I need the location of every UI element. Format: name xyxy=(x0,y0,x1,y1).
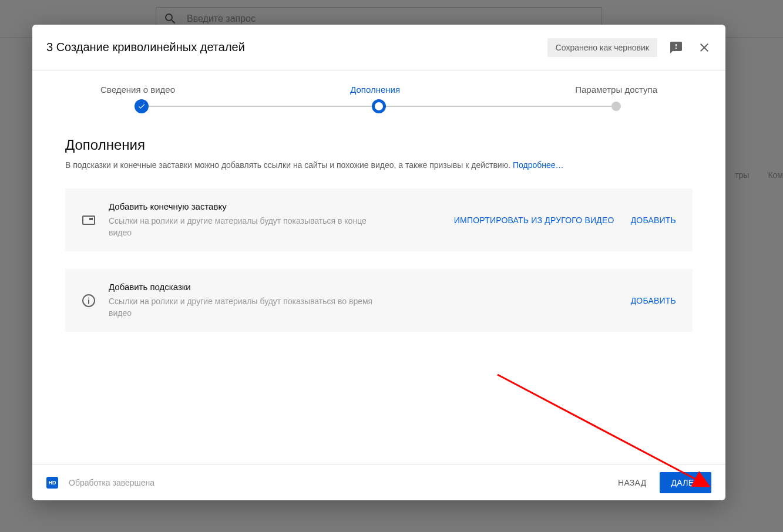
dialog-footer: HD Обработка завершена НАЗАД ДАЛЕЕ xyxy=(32,464,725,500)
step-label-additions[interactable]: Дополнения xyxy=(350,85,400,95)
cards-card: Добавить подсказки Ссылки на ролики и др… xyxy=(65,269,693,332)
step-label-visibility[interactable]: Параметры доступа xyxy=(575,85,657,95)
step-dot-pending[interactable] xyxy=(611,102,621,111)
cards-subtitle: Ссылки на ролики и другие материалы буду… xyxy=(109,295,391,319)
endscreen-subtitle: Ссылки на ролики и другие материалы буду… xyxy=(109,215,391,238)
cards-title: Добавить подсказки xyxy=(109,282,618,292)
svg-point-4 xyxy=(88,297,89,298)
step-dot-done[interactable] xyxy=(135,99,149,113)
endscreen-title: Добавить конечную заставку xyxy=(109,201,441,211)
upload-dialog: 3 Создание криволинейных деталей Сохране… xyxy=(32,25,725,500)
next-button[interactable]: ДАЛЕЕ xyxy=(660,472,712,493)
dialog-header: 3 Создание криволинейных деталей Сохране… xyxy=(32,25,725,70)
close-icon[interactable] xyxy=(697,41,711,55)
add-endscreen-button[interactable]: ДОБАВИТЬ xyxy=(631,213,676,227)
saved-as-draft-badge: Сохранено как черновик xyxy=(547,38,657,57)
dialog-content: Дополнения В подсказки и конечные застав… xyxy=(32,113,725,464)
section-title: Дополнения xyxy=(65,137,693,153)
import-from-video-button[interactable]: ИМПОРТИРОВАТЬ ИЗ ДРУГОГО ВИДЕО xyxy=(454,213,614,227)
info-icon xyxy=(82,294,96,308)
step-dot-active[interactable] xyxy=(372,99,386,113)
endscreen-icon xyxy=(82,213,96,227)
section-description: В подсказки и конечные заставки можно до… xyxy=(65,159,693,171)
learn-more-link[interactable]: Подробнее… xyxy=(513,160,564,170)
hd-badge-icon: HD xyxy=(46,477,58,489)
feedback-icon[interactable] xyxy=(669,41,683,55)
svg-rect-1 xyxy=(89,218,93,220)
dialog-title: 3 Создание криволинейных деталей xyxy=(46,41,547,54)
back-button[interactable]: НАЗАД xyxy=(609,472,656,493)
processing-status: Обработка завершена xyxy=(69,478,609,487)
stepper: Сведения о видео Дополнения Параметры до… xyxy=(32,70,725,113)
end-screen-card: Добавить конечную заставку Ссылки на рол… xyxy=(65,188,693,251)
step-label-details[interactable]: Сведения о видео xyxy=(100,85,175,95)
add-cards-button[interactable]: ДОБАВИТЬ xyxy=(631,294,676,308)
